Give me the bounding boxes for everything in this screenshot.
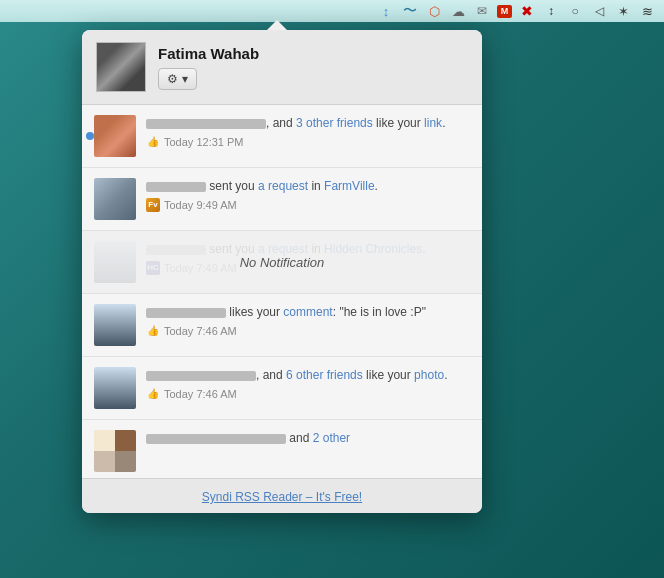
avatar-image (94, 115, 136, 157)
notification-time: Today 7:46 AM (164, 388, 237, 400)
avatar-image (94, 304, 136, 346)
gear-icon: ⚙ (167, 72, 178, 86)
dropdown-arrow-icon: ▾ (182, 72, 188, 86)
list-item[interactable]: sent you a request in FarmVille. Fv Toda… (82, 168, 482, 231)
avatar-image (94, 178, 136, 220)
profile-avatar (96, 42, 146, 92)
other-friends-link[interactable]: 3 other friends (296, 116, 373, 130)
settings-button[interactable]: ⚙ ▾ (158, 68, 197, 90)
notification-time-row: 👍 Today 7:46 AM (146, 387, 470, 401)
like-icon: 👍 (146, 135, 160, 149)
like-icon: 👍 (146, 324, 160, 338)
notification-content: likes your comment: "he is in love :P" 👍… (146, 304, 470, 338)
notification-time: Today 12:31 PM (164, 136, 244, 148)
avatar (94, 178, 136, 220)
syndi-link[interactable]: Syndi RSS Reader – It's Free! (202, 490, 362, 504)
list-item[interactable]: sent you a request in Hidden Chronicles.… (82, 231, 482, 294)
cogwheel-icon[interactable]: ✶ (614, 3, 632, 19)
notification-list: , and 3 other friends like your link. 👍 … (82, 105, 482, 478)
other-link[interactable]: 2 other (313, 431, 350, 445)
chrome-icon[interactable]: ✖ (518, 3, 536, 19)
photo-link[interactable]: photo (414, 368, 444, 382)
notification-content: , and 6 other friends like your photo. 👍… (146, 367, 470, 401)
notification-popup: Fatima Wahab ⚙ ▾ , and 3 other friends l… (82, 30, 482, 513)
link-ref[interactable]: link (424, 116, 442, 130)
redacted-name (146, 182, 206, 192)
avatar (94, 304, 136, 346)
popup-arrow (267, 20, 287, 30)
request-link[interactable]: a request (258, 179, 308, 193)
notification-text: sent you a request in FarmVille. (146, 178, 470, 195)
notification-content: and 2 other (146, 430, 470, 450)
list-item[interactable]: likes your comment: "he is in love :P" 👍… (82, 294, 482, 357)
profile-header: Fatima Wahab ⚙ ▾ (82, 30, 482, 105)
avatar-image (94, 367, 136, 409)
profile-name: Fatima Wahab (158, 45, 259, 62)
mail-icon[interactable]: ✉ (473, 3, 491, 19)
network-icon[interactable]: ↕ (377, 3, 395, 19)
notification-content: , and 3 other friends like your link. 👍 … (146, 115, 470, 149)
gmail-icon[interactable]: M (497, 5, 512, 18)
notification-text: , and 6 other friends like your photo. (146, 367, 470, 384)
avatar-image (94, 430, 136, 472)
activity-icon[interactable]: ↕ (542, 3, 560, 19)
menu-bar: ↕ 〜 ⬡ ☁ ✉ M ✖ ↕ ○ ◁ ✶ ≋ (0, 0, 664, 22)
notification-time: Today 9:49 AM (164, 199, 237, 211)
list-item[interactable]: , and 3 other friends like your link. 👍 … (82, 105, 482, 168)
notification-text: , and 3 other friends like your link. (146, 115, 470, 132)
farmville-link[interactable]: FarmVille (324, 179, 374, 193)
notification-time-row: 👍 Today 7:46 AM (146, 324, 470, 338)
avatar (94, 430, 136, 472)
redacted-name (146, 371, 256, 381)
redacted-name (146, 434, 286, 444)
syndi-bar: Syndi RSS Reader – It's Free! (82, 478, 482, 513)
notification-text: likes your comment: "he is in love :P" (146, 304, 470, 321)
profile-info: Fatima Wahab ⚙ ▾ (158, 45, 259, 90)
cloud-icon[interactable]: ☁ (449, 3, 467, 19)
list-item[interactable]: , and 6 other friends like your photo. 👍… (82, 357, 482, 420)
comment-link[interactable]: comment (283, 305, 332, 319)
notification-time-row: 👍 Today 12:31 PM (146, 135, 470, 149)
list-item[interactable]: and 2 other (82, 420, 482, 478)
profile-avatar-image (97, 43, 145, 91)
wifi2-icon[interactable]: ≋ (638, 3, 656, 19)
farmville-icon: Fv (146, 198, 160, 212)
notification-time-row: Fv Today 9:49 AM (146, 198, 470, 212)
like-icon: 👍 (146, 387, 160, 401)
wifi-icon[interactable]: 〜 (401, 3, 419, 19)
notification-content: sent you a request in FarmVille. Fv Toda… (146, 178, 470, 212)
redacted-name (146, 119, 266, 129)
unread-indicator (86, 132, 94, 140)
avatar (94, 115, 136, 157)
torrent-icon[interactable]: ⬡ (425, 3, 443, 19)
no-notification-text: No Notification (240, 255, 325, 270)
notification-time: Today 7:46 AM (164, 325, 237, 337)
redacted-name (146, 308, 226, 318)
no-notification-overlay: No Notification (82, 231, 482, 293)
volume-icon[interactable]: ◁ (590, 3, 608, 19)
avatar (94, 367, 136, 409)
chat-icon[interactable]: ○ (566, 3, 584, 19)
notification-text: and 2 other (146, 430, 470, 447)
other-friends-link[interactable]: 6 other friends (286, 368, 363, 382)
